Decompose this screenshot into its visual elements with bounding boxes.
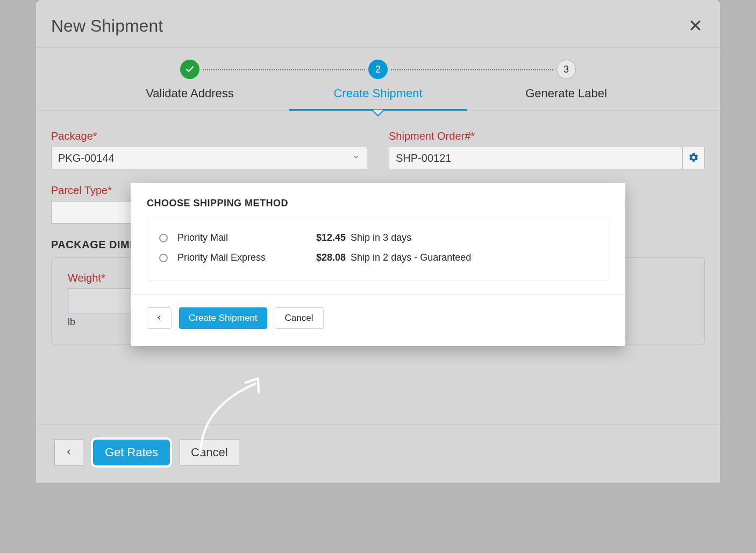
method-detail: Ship in 3 days bbox=[351, 232, 411, 243]
shipment-dialog: New Shipment ✕ Validate Address 2 Create… bbox=[36, 0, 720, 483]
step-label: Create Shipment bbox=[333, 87, 422, 110]
step-validate-address[interactable]: Validate Address bbox=[96, 60, 284, 110]
shipment-order-label: Shipment Order#* bbox=[389, 130, 705, 142]
method-name: Priority Mail bbox=[177, 232, 306, 243]
chevron-left-icon bbox=[155, 314, 163, 323]
bottom-action-bar: Get Rates Cancel bbox=[36, 424, 720, 468]
step-label: Validate Address bbox=[146, 87, 233, 110]
get-rates-button[interactable]: Get Rates bbox=[91, 437, 172, 468]
method-detail: Ship in 2 days - Guaranteed bbox=[351, 252, 471, 263]
back-button[interactable] bbox=[54, 439, 83, 466]
shipping-method-list: Priority Mail $12.45 Ship in 3 days Prio… bbox=[147, 218, 609, 281]
shipping-method-option[interactable]: Priority Mail Express $28.08 Ship in 2 d… bbox=[159, 248, 597, 268]
step-create-shipment[interactable]: 2 Create Shipment bbox=[284, 60, 472, 110]
modal-cancel-button[interactable]: Cancel bbox=[275, 307, 324, 329]
stepper: Validate Address 2 Create Shipment 3 Gen… bbox=[36, 47, 720, 111]
method-name: Priority Mail Express bbox=[177, 252, 306, 263]
shipping-method-modal: CHOOSE SHIPPING METHOD Priority Mail $12… bbox=[131, 183, 625, 346]
package-select[interactable] bbox=[51, 147, 367, 169]
modal-actions: Create Shipment Cancel bbox=[147, 307, 609, 329]
step-connector bbox=[391, 69, 553, 70]
shipment-order-settings-button[interactable] bbox=[683, 147, 705, 169]
package-label: Package* bbox=[51, 130, 367, 142]
divider bbox=[131, 294, 625, 295]
active-step-caret-icon bbox=[372, 110, 384, 117]
radio-icon bbox=[159, 254, 168, 262]
step-number-icon: 2 bbox=[368, 60, 388, 79]
titlebar: New Shipment ✕ bbox=[36, 0, 720, 47]
check-icon bbox=[180, 60, 199, 79]
create-shipment-button[interactable]: Create Shipment bbox=[179, 307, 267, 329]
chevron-left-icon bbox=[65, 446, 73, 459]
modal-title: CHOOSE SHIPPING METHOD bbox=[147, 198, 609, 209]
close-icon[interactable]: ✕ bbox=[686, 15, 705, 37]
shipment-order-input[interactable] bbox=[389, 147, 683, 169]
step-connector bbox=[203, 69, 365, 70]
gear-icon bbox=[688, 152, 699, 164]
modal-back-button[interactable] bbox=[147, 307, 172, 329]
page-title: New Shipment bbox=[51, 16, 163, 36]
cancel-button[interactable]: Cancel bbox=[180, 439, 239, 466]
shipping-method-option[interactable]: Priority Mail $12.45 Ship in 3 days bbox=[159, 228, 597, 248]
method-price: $12.45 bbox=[316, 232, 346, 243]
step-generate-label[interactable]: 3 Generate Label bbox=[472, 60, 660, 110]
method-price: $28.08 bbox=[316, 252, 346, 263]
step-label: Generate Label bbox=[525, 87, 607, 110]
step-number-icon: 3 bbox=[557, 60, 576, 79]
radio-icon bbox=[159, 234, 168, 242]
